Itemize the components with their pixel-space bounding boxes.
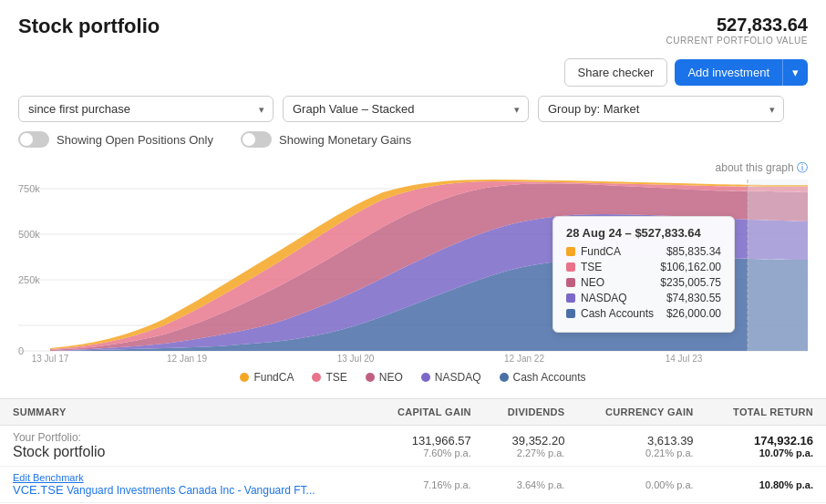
portfolio-value-block: 527,833.64 CURRENT PORTFOLIO VALUE — [666, 15, 808, 46]
legend-label-neo: NEO — [379, 371, 403, 384]
tooltip-dot-fundca — [566, 247, 575, 256]
legend-dot-cash — [500, 373, 509, 382]
svg-text:0: 0 — [18, 345, 24, 356]
chart-tooltip: 28 Aug 24 – $527,833.64 FundCA $85,835.3… — [552, 216, 735, 333]
tooltip-row-cash: Cash Accounts $26,000.00 — [566, 307, 721, 320]
tooltip-value-neo: $235,005.75 — [660, 276, 721, 289]
monetary-gains-toggle-group: Showing Monetary Gains — [241, 131, 411, 148]
legend-item-tse: TSE — [312, 371, 346, 384]
graph-type-select[interactable]: Graph Value – Stacked Graph Value – Grou… — [283, 96, 529, 122]
tooltip-row-nasdaq: NASDAQ $74,830.55 — [566, 292, 721, 304]
tooltip-label-nasdaq: NASDAQ — [581, 292, 661, 304]
add-investment-dropdown-button[interactable]: ▾ — [782, 59, 808, 86]
portfolio-stock-name: Stock portfolio — [13, 444, 358, 460]
benchmark-ticker-link[interactable]: VCE.TSE — [13, 483, 64, 497]
tooltip-dot-nasdaq — [566, 293, 575, 303]
legend-label-tse: TSE — [325, 371, 346, 384]
svg-text:13 Jul 17: 13 Jul 17 — [32, 354, 69, 362]
summary-col-capital-gain: CAPITAL GAIN — [371, 399, 483, 426]
legend-dot-fundca — [240, 373, 249, 382]
add-investment-group: Add investment ▾ — [675, 59, 808, 86]
legend-label-fundca: FundCA — [253, 371, 294, 384]
benchmark-name-cell: Edit Benchmark VCE.TSE Vanguard Investme… — [0, 467, 371, 503]
toggles-row: Showing Open Positions Only Showing Mone… — [0, 131, 826, 160]
group-by-select[interactable]: Group by: Market Group by: Sector Group … — [538, 96, 784, 122]
portfolio-total-return-cell: 174,932.16 10.07% p.a. — [707, 426, 826, 467]
legend-dot-nasdaq — [421, 373, 430, 382]
benchmark-capital-gain-cell: 7.16% p.a. — [371, 467, 483, 503]
header: Stock portfolio 527,833.64 CURRENT PORTF… — [0, 0, 826, 160]
legend-item-neo: NEO — [366, 371, 403, 384]
tooltip-label-cash: Cash Accounts — [581, 307, 661, 320]
legend-label-nasdaq: NASDAQ — [435, 371, 481, 384]
tooltip-value-nasdaq: $74,830.55 — [666, 292, 721, 304]
benchmark-currency-gain-cell: 0.00% p.a. — [577, 467, 706, 503]
summary-col-total-return: TOTAL RETURN — [707, 399, 826, 426]
add-investment-button[interactable]: Add investment — [675, 59, 782, 86]
benchmark-row: Edit Benchmark VCE.TSE Vanguard Investme… — [0, 467, 826, 503]
chart-area: 750k 500k 250k 0 13 Jul 17 12 Jan 19 13 … — [18, 180, 808, 362]
page-title: Stock portfolio — [18, 15, 160, 38]
chart-legend: FundCA TSE NEO NASDAQ Cash Accounts — [18, 362, 808, 398]
legend-label-cash: Cash Accounts — [513, 371, 586, 384]
tooltip-row-tse: TSE $106,162.00 — [566, 261, 721, 273]
tooltip-value-fundca: $85,835.34 — [666, 245, 721, 258]
chart-about-link[interactable]: about this graph ⓘ — [18, 160, 808, 180]
tooltip-label-neo: NEO — [581, 276, 655, 289]
svg-rect-15 — [748, 180, 808, 351]
summary-col-label: SUMMARY — [0, 399, 371, 426]
legend-dot-neo — [366, 373, 375, 382]
summary-col-currency-gain: CURRENCY GAIN — [577, 399, 706, 426]
graph-type-wrapper: Graph Value – Stacked Graph Value – Grou… — [283, 96, 529, 122]
portfolio-value-label: CURRENT PORTFOLIO VALUE — [666, 36, 808, 46]
open-positions-label: Showing Open Positions Only — [57, 133, 213, 147]
benchmark-total-return-cell: 10.80% p.a. — [707, 467, 826, 503]
monetary-gains-toggle[interactable] — [241, 131, 272, 148]
tooltip-dot-cash — [566, 309, 575, 318]
svg-text:14 Jul 23: 14 Jul 23 — [666, 354, 703, 362]
svg-text:12 Jan 22: 12 Jan 22 — [504, 354, 544, 362]
tooltip-value-cash: $26,000.00 — [666, 307, 721, 320]
date-range-select[interactable]: since first purchase last year last 5 ye… — [18, 96, 274, 122]
portfolio-dividends-cell: 39,352.20 2.27% p.a. — [484, 426, 578, 467]
svg-text:500k: 500k — [18, 229, 40, 240]
summary-col-dividends: DIVIDENDS — [484, 399, 578, 426]
group-by-wrapper: Group by: Market Group by: Sector Group … — [538, 96, 784, 122]
tooltip-date: 28 Aug 24 – $527,833.64 — [566, 226, 721, 240]
tooltip-label-fundca: FundCA — [581, 245, 661, 258]
filters-row: since first purchase last year last 5 ye… — [0, 96, 826, 131]
portfolio-currency-gain-cell: 3,613.39 0.21% p.a. — [577, 426, 706, 467]
svg-text:750k: 750k — [18, 183, 40, 194]
legend-item-fundca: FundCA — [240, 371, 294, 384]
open-positions-toggle[interactable] — [18, 131, 49, 148]
portfolio-row: Your Portfolio: Stock portfolio 131,966.… — [0, 426, 826, 467]
benchmark-fund-name: Vanguard Investments Canada Inc - Vangua… — [67, 484, 315, 497]
portfolio-amount: 527,833.64 — [666, 15, 808, 36]
legend-item-cash: Cash Accounts — [500, 371, 586, 384]
open-positions-toggle-group: Showing Open Positions Only — [18, 131, 213, 148]
edit-benchmark-link[interactable]: Edit Benchmark — [13, 472, 358, 483]
svg-text:12 Jan 19: 12 Jan 19 — [167, 354, 207, 362]
summary-section: SUMMARY CAPITAL GAIN DIVIDENDS CURRENCY … — [0, 398, 826, 503]
svg-text:13 Jul 20: 13 Jul 20 — [337, 354, 375, 362]
tooltip-value-tse: $106,162.00 — [660, 261, 721, 273]
legend-dot-tse — [312, 373, 321, 382]
summary-header-row: SUMMARY CAPITAL GAIN DIVIDENDS CURRENCY … — [0, 399, 826, 426]
portfolio-your-portfolio: Your Portfolio: — [13, 431, 358, 444]
toolbar: Share checker Add investment ▾ — [0, 55, 826, 96]
portfolio-name-cell: Your Portfolio: Stock portfolio — [0, 426, 371, 467]
date-range-wrapper: since first purchase last year last 5 ye… — [18, 96, 274, 122]
tooltip-label-tse: TSE — [581, 261, 655, 273]
tooltip-row-fundca: FundCA $85,835.34 — [566, 245, 721, 258]
svg-text:250k: 250k — [18, 274, 40, 285]
benchmark-dividends-cell: 3.64% p.a. — [484, 467, 578, 503]
tooltip-dot-neo — [566, 278, 575, 287]
portfolio-capital-gain-cell: 131,966.57 7.60% p.a. — [371, 426, 483, 467]
tooltip-dot-tse — [566, 262, 575, 272]
legend-item-nasdaq: NASDAQ — [421, 371, 481, 384]
tooltip-row-neo: NEO $235,005.75 — [566, 276, 721, 289]
summary-table: SUMMARY CAPITAL GAIN DIVIDENDS CURRENCY … — [0, 399, 826, 503]
share-checker-button[interactable]: Share checker — [564, 58, 668, 87]
chart-container: about this graph ⓘ 750k 500k 250k 0 13 J… — [0, 160, 826, 398]
monetary-gains-label: Showing Monetary Gains — [279, 133, 411, 147]
